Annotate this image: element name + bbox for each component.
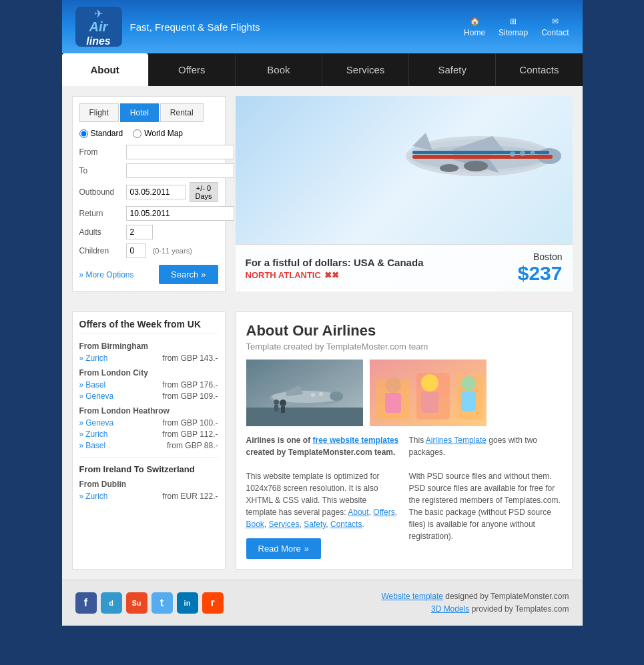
contact-nav-item[interactable]: ✉ Contact xyxy=(541,17,569,37)
home-label: Home xyxy=(464,28,485,37)
nav-about[interactable]: About xyxy=(62,53,149,86)
outbound-input[interactable] xyxy=(126,185,186,199)
promo-title: For a fistful of dollars: USA & Canada xyxy=(246,257,424,268)
offers-link[interactable]: Offers xyxy=(373,508,394,517)
zurich-link-2[interactable]: » Zurich xyxy=(79,430,108,439)
3d-models-link[interactable]: 3D Models xyxy=(431,604,469,614)
adults-input[interactable] xyxy=(126,225,153,239)
about-col1-text2: This website template is optimized for 1… xyxy=(246,470,399,530)
search-arrow-icon: » xyxy=(201,269,206,279)
offers-title: Offers of the Week from UK xyxy=(79,319,218,334)
return-input[interactable] xyxy=(126,206,234,221)
contact-icon: ✉ xyxy=(552,17,559,26)
promo-price: Boston $237 xyxy=(518,251,563,285)
twitter-icon[interactable]: t xyxy=(151,592,173,614)
services-link[interactable]: Services xyxy=(269,520,300,529)
svg-point-22 xyxy=(280,400,286,406)
footer-line-2: 3D Models provided by Templates.com xyxy=(381,603,569,616)
about-image-plane xyxy=(246,360,363,426)
lower-content: Offers of the Week from UK From Birmingh… xyxy=(62,301,583,580)
logo-tagline: Fast, Frequent & Safe Flights xyxy=(130,21,260,33)
children-input[interactable] xyxy=(126,243,146,258)
children-label: Children xyxy=(79,246,123,255)
nav-book[interactable]: Book xyxy=(236,53,322,86)
geneva-link-2[interactable]: » Geneva xyxy=(79,418,114,428)
zurich-link-1[interactable]: » Zurich xyxy=(79,354,108,363)
zurich-price-3: from EUR 122.- xyxy=(162,492,218,501)
promo-amount: $237 xyxy=(518,262,563,285)
from-london-city-title: From London City xyxy=(79,368,218,378)
nav-contacts[interactable]: Contacts xyxy=(496,53,582,86)
facebook-icon[interactable]: f xyxy=(75,592,97,614)
svg-point-20 xyxy=(319,392,323,396)
sitemap-nav-item[interactable]: ⊞ Sitemap xyxy=(499,17,528,37)
form-actions: » More Options Search » xyxy=(79,265,218,284)
page-container: ✈ Air lines Fast, Frequent & Safe Flight… xyxy=(62,0,583,626)
airlines-template-link[interactable]: Airlines Template xyxy=(426,436,487,445)
tab-rental[interactable]: Rental xyxy=(160,103,204,122)
svg-rect-35 xyxy=(461,391,476,411)
book-link[interactable]: Book xyxy=(246,520,264,529)
contacts-link[interactable]: Contacts xyxy=(330,520,362,529)
linkedin-icon[interactable]: in xyxy=(177,592,198,614)
geneva-link-1[interactable]: » Geneva xyxy=(79,392,114,401)
from-input[interactable] xyxy=(126,145,234,159)
offer-item: » Geneva from GBP 100.- xyxy=(79,418,218,428)
basel-link-2[interactable]: » Basel xyxy=(79,441,106,450)
svg-point-13 xyxy=(440,164,458,172)
social-icons: f d Su t in r xyxy=(75,592,224,614)
days-button[interactable]: +/- 0 Days xyxy=(190,182,218,202)
safety-link[interactable]: Safety xyxy=(304,520,326,529)
from-birmingham-title: From Birmingham xyxy=(79,342,218,351)
svg-rect-8 xyxy=(412,151,549,154)
about-link[interactable]: About xyxy=(348,508,368,517)
more-options-link[interactable]: » More Options xyxy=(79,270,134,279)
about-section: About Our Airlines Template created by T… xyxy=(236,311,573,570)
svg-point-32 xyxy=(421,374,438,392)
promo-subtitle: NORTH ATLANTIC ✖✖ xyxy=(246,270,424,280)
from-dublin-title: From Dublin xyxy=(79,480,218,489)
radio-standard[interactable]: Standard xyxy=(79,129,123,138)
offer-item: » Basel from GBP 176.- xyxy=(79,380,218,390)
about-col-1: Airlines is one of free website template… xyxy=(246,434,399,559)
home-icon: 🏠 xyxy=(470,17,480,26)
nav-services[interactable]: Services xyxy=(322,53,409,86)
stumbleupon-icon[interactable]: Su xyxy=(126,592,147,614)
from-label: From xyxy=(79,147,123,157)
offers-panel: Offers of the Week from UK From Birmingh… xyxy=(72,311,226,570)
basel-link-1[interactable]: » Basel xyxy=(79,380,106,390)
svg-rect-25 xyxy=(274,405,278,412)
home-nav-item[interactable]: 🏠 Home xyxy=(464,17,485,37)
logo-box: ✈ Air lines xyxy=(75,7,122,47)
nav-safety[interactable]: Safety xyxy=(409,53,496,86)
reddit-icon[interactable]: r xyxy=(202,592,224,614)
adults-row: Adults xyxy=(79,225,218,239)
website-template-link[interactable]: Website template xyxy=(381,592,443,601)
booking-tabs: Flight Hotel Rental xyxy=(79,103,218,122)
tab-flight[interactable]: Flight xyxy=(79,103,119,122)
delicious-icon[interactable]: d xyxy=(101,592,122,614)
nav-offers[interactable]: Offers xyxy=(149,53,236,86)
zurich-price-2: from GBP 112.- xyxy=(162,430,218,439)
return-row: Return xyxy=(79,206,218,221)
radio-row: Standard World Map xyxy=(79,129,218,138)
tab-hotel[interactable]: Hotel xyxy=(120,103,159,122)
promo-city: Boston xyxy=(518,251,563,262)
contact-label: Contact xyxy=(541,28,569,37)
search-button[interactable]: Search » xyxy=(159,265,218,284)
about-col-2: This Airlines Template goes with two pac… xyxy=(409,434,562,559)
radio-worldmap[interactable]: World Map xyxy=(133,129,183,138)
sitemap-label: Sitemap xyxy=(499,28,528,37)
free-templates-link[interactable]: free website templates xyxy=(313,436,399,445)
svg-point-10 xyxy=(520,151,525,156)
footer: f d Su t in r Website template designed … xyxy=(62,580,583,626)
zurich-link-3[interactable]: » Zurich xyxy=(79,492,108,501)
to-input[interactable] xyxy=(126,163,234,178)
promo-info: For a fistful of dollars: USA & Canada N… xyxy=(246,257,424,280)
about-subtitle: Template created by TemplateMoster.com t… xyxy=(246,342,562,352)
booking-panel: Flight Hotel Rental Standard World Map F… xyxy=(72,96,226,291)
read-more-button[interactable]: Read More » xyxy=(246,538,322,559)
svg-rect-7 xyxy=(412,155,553,159)
promo-icon: ✖✖ xyxy=(324,270,339,280)
svg-rect-33 xyxy=(421,392,438,413)
